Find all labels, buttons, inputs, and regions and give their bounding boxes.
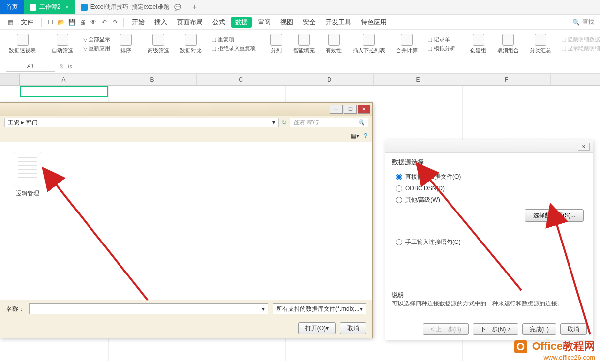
wizard-close-button[interactable]: × [578,143,590,151]
menu-view[interactable]: 视图 [276,17,297,28]
open-button[interactable]: 打开(O) ▾ [298,322,336,334]
menu-security[interactable]: 安全 [299,17,320,28]
ribbon-dup2[interactable]: ▢ 重复项 [211,36,256,43]
fx-cancel-icon[interactable]: ⊗ [59,63,64,70]
opt-open-file[interactable]: 直接打开数据文件(O) [392,171,586,183]
tab-workbook[interactable]: 工作簿2 × [24,0,75,14]
search-icon[interactable]: 🔍 [571,18,580,27]
desc-title: 说明 [392,291,586,300]
file-item[interactable]: 逻辑管理 [10,152,45,198]
comment-icon: 💬 [174,4,181,11]
menu-start[interactable]: 开始 [128,17,149,28]
filename-combo[interactable]: ▾ [29,303,268,314]
filename-label: 名称： [6,305,24,313]
file-dropdown-icon[interactable]: ▦ [6,18,15,27]
search-label: 查找 [582,18,594,26]
file-search-input[interactable]: 搜索 部门 🔍 [290,118,368,127]
save-icon[interactable]: 💾 [67,18,76,27]
app-tabbar: 首页 工作簿2 × Excel使用技巧_搞定excel难题 💬 + [0,0,600,15]
ribbon: 数据透视表 自动筛选 ▽ 全部显示 ▽ 重新应用 排序 高级筛选 数据对比 ▢ … [0,30,600,59]
select-source-button[interactable]: 选择数据源(S)... [525,209,584,222]
close-button[interactable]: ✕ [358,105,370,114]
undo-icon[interactable]: ↶ [100,18,109,27]
col-B[interactable]: B [108,74,197,85]
data-source-wizard: × 数据源选择 直接打开数据文件(O) ODBC DSN(D) 其他/高级(W)… [385,140,593,340]
view-icon[interactable]: ▦▾ [351,132,359,139]
ribbon-dup[interactable]: 高级筛选 [144,33,173,55]
redo-icon[interactable]: ↷ [111,18,120,27]
ribbon-ungroup[interactable]: 取消组合 [493,33,523,55]
ribbon-simul[interactable]: ▢ 模拟分析 [427,45,455,52]
ribbon-record[interactable]: ▢ 记录单 [427,36,455,43]
ribbon-showall[interactable]: ▽ 全部显示 [83,36,110,43]
minimize-button[interactable]: ─ [330,105,343,114]
opt-other[interactable]: 其他/高级(W) [392,194,586,206]
wizard-cancel-button[interactable]: 取消 [560,323,587,335]
watermark: O Office教程网 www.office26.com [514,339,595,361]
ribbon-fill[interactable]: 智能填充 [289,33,319,55]
tab-home[interactable]: 首页 [0,0,24,14]
cancel-button[interactable]: 取消 [340,322,366,334]
file-label: 逻辑管理 [10,189,45,198]
menu-insert[interactable]: 插入 [150,17,171,28]
menu-bar: ▦ 文件 ☐ 📂 💾 🖨 👁 ↶ ↷ 开始 插入 页面布局 公式 数据 审阅 视… [0,15,600,30]
new-tab-button[interactable]: + [187,3,202,12]
col-E[interactable]: E [374,74,462,85]
col-D[interactable]: D [285,74,374,85]
ribbon-consol[interactable]: 合并计算 [392,33,421,55]
maximize-button[interactable]: ☐ [344,105,357,114]
menu-special[interactable]: 特色应用 [357,17,390,28]
menu-data[interactable]: 数据 [231,17,252,28]
file-open-dialog: ─ ☐ ✕ 工资 ▸ 部门 ▾ ↻ 搜索 部门 🔍 ▦▾ ? 逻辑管理 名称： … [0,102,373,338]
opt-odbc[interactable]: ODBC DSN(D) [392,183,586,194]
search-icon: 🔍 [358,119,365,126]
ribbon-valid[interactable]: 有效性 [322,33,346,55]
document-icon [81,4,88,11]
ribbon-refilter[interactable]: ▽ 重新应用 [83,45,110,52]
ribbon-autofilter[interactable]: 自动筛选 [48,33,77,55]
ribbon-pivot[interactable]: 数据透视表 [5,33,40,55]
tab-article[interactable]: Excel使用技巧_搞定excel难题 💬 [75,0,187,14]
col-A[interactable]: A [20,74,108,85]
cell-A1-selection[interactable] [20,86,108,97]
print-icon[interactable]: 🖨 [78,18,87,27]
ribbon-validate[interactable]: 数据对比 [176,33,206,55]
help-icon[interactable]: ? [364,132,367,139]
file-icon [14,152,41,186]
fx-icon[interactable]: fx [68,63,72,70]
ribbon-outline[interactable]: 分类汇总 [526,33,555,55]
ribbon-sort[interactable]: 排序 [116,33,136,55]
next-button[interactable]: 下一步(N) > [473,323,518,335]
menu-formula[interactable]: 公式 [209,17,229,28]
ribbon-edit: ▢ 显示隐藏明细 [561,45,600,52]
refresh-icon[interactable]: ↻ [282,119,287,126]
name-box[interactable]: A1 [6,61,55,72]
spreadsheet-icon [30,4,36,11]
menu-layout[interactable]: 页面布局 [173,17,207,28]
breadcrumb[interactable]: 工资 ▸ 部门 ▾ [4,118,279,127]
filter-combo[interactable]: 所有支持的数据库文件(*.mdb;...▾ [273,303,366,314]
ribbon-reject[interactable]: ▢ 拒绝录入重复项 [211,45,256,52]
open-icon[interactable]: 📂 [57,18,65,27]
close-icon[interactable]: × [65,4,69,11]
col-F[interactable]: F [462,74,551,85]
col-C[interactable]: C [197,74,285,85]
ribbon-dropdown[interactable]: 插入下拉列表 [349,33,389,55]
opt-manual[interactable]: 手工输入连接语句(C) [392,236,586,248]
menu-dev[interactable]: 开发工具 [322,17,355,28]
menu-review[interactable]: 审阅 [254,17,274,28]
formula-bar: A1 ⊗ fx [0,59,600,74]
ribbon-subtotal[interactable]: 创建组 [466,33,490,55]
watermark-icon: O [514,340,527,353]
desc-body: 可以选择四种连接数据源的方式中的一种来运行和数据源的连接。 [392,300,586,308]
new-icon[interactable]: ☐ [46,18,55,27]
chevron-down-icon[interactable]: ▾ [272,119,275,126]
preview-icon[interactable]: 👁 [89,18,98,27]
ribbon-col[interactable]: 分列 [267,33,286,55]
finish-button[interactable]: 完成(F) [522,323,556,335]
wizard-section-title: 数据源选择 [392,158,586,167]
select-all-corner[interactable] [0,74,20,85]
back-button: < 上一步(B) [423,323,468,335]
menu-file[interactable]: 文件 [17,17,37,28]
ribbon-detail: ▢ 隐藏明细数据 [561,36,600,43]
